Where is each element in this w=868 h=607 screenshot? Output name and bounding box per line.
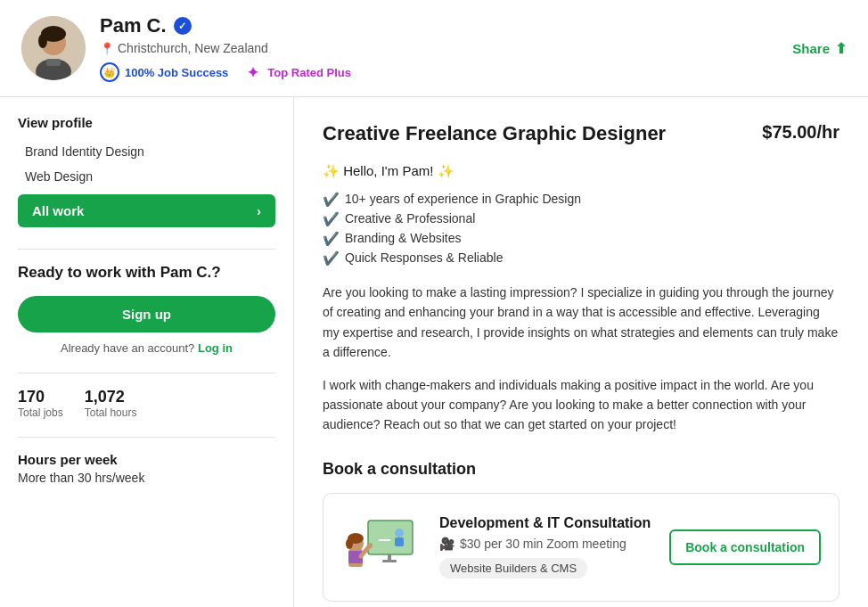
stat-hours-label: Total hours — [85, 406, 137, 419]
badges-row: 👑 100% Job Success ✦ Top Rated Plus — [100, 62, 351, 82]
hours-title: Hours per week — [18, 452, 275, 467]
share-icon: ⬆ — [835, 40, 847, 57]
check-icon-2: ✔️ — [323, 211, 340, 227]
check-icon-4: ✔️ — [323, 250, 340, 267]
main-content: Creative Freelance Graphic Designer $75.… — [294, 97, 868, 607]
hourly-rate: $75.00/hr — [762, 122, 839, 143]
stat-total-jobs: 170 Total jobs — [18, 388, 63, 419]
checklist-text-3: Branding & Websites — [345, 231, 461, 245]
profile-info: Pam C. ✓ 📍 Christchurch, New Zealand 👑 1… — [100, 14, 351, 82]
divider-1 — [18, 249, 275, 250]
video-icon: 🎥 — [439, 537, 454, 551]
cta-title: Ready to work with Pam C.? — [18, 264, 275, 282]
bio-paragraph-2: I work with change-makers and individual… — [323, 375, 839, 435]
svg-rect-7 — [388, 554, 391, 560]
arrow-right-icon: › — [257, 203, 261, 218]
svg-point-15 — [346, 538, 353, 549]
stat-jobs-value: 170 — [18, 388, 63, 406]
content-header: Creative Freelance Graphic Designer $75.… — [323, 122, 839, 145]
svg-point-4 — [38, 34, 47, 48]
consult-info: Development & IT Consultation 🎥 $30 per … — [439, 515, 651, 578]
svg-rect-10 — [395, 537, 404, 546]
sidebar-link-brand-identity[interactable]: Brand Identity Design — [18, 141, 275, 162]
divider-3 — [18, 437, 275, 438]
checklist-item-4: ✔️ Quick Responses & Reliable — [323, 250, 839, 267]
svg-point-9 — [395, 529, 404, 537]
all-work-button[interactable]: All work › — [18, 194, 275, 227]
top-rated-badge: ✦ Top Rated Plus — [242, 62, 351, 82]
top-header: Pam C. ✓ 📍 Christchurch, New Zealand 👑 1… — [0, 0, 868, 97]
top-rated-icon: ✦ — [242, 62, 262, 82]
checklist-item-3: ✔️ Branding & Websites — [323, 231, 839, 247]
check-icon-3: ✔️ — [323, 231, 340, 247]
sidebar: View profile Brand Identity Design Web D… — [0, 97, 294, 607]
all-work-label: All work — [32, 203, 84, 218]
profile-section: Pam C. ✓ 📍 Christchurch, New Zealand 👑 1… — [21, 14, 351, 82]
divider-2 — [18, 373, 275, 373]
checklist-text-4: Quick Responses & Reliable — [345, 250, 503, 265]
consultation-section: Book a consultation — [323, 460, 839, 602]
checklist-item-2: ✔️ Creative & Professional — [323, 211, 839, 227]
login-text-row: Already have an account? Log in — [18, 341, 275, 355]
signup-button[interactable]: Sign up — [18, 296, 275, 332]
check-icon-1: ✔️ — [323, 192, 340, 208]
checklist-text-2: Creative & Professional — [345, 211, 475, 226]
checklist: ✔️ 10+ years of experience in Graphic De… — [323, 192, 839, 267]
stat-jobs-label: Total jobs — [18, 406, 63, 419]
stats-section: 170 Total jobs 1,072 Total hours — [18, 388, 275, 419]
consultation-card: Development & IT Consultation 🎥 $30 per … — [323, 493, 839, 602]
main-layout: View profile Brand Identity Design Web D… — [0, 97, 868, 607]
hours-value: More than 30 hrs/week — [18, 471, 275, 485]
location-text: Christchurch, New Zealand — [118, 41, 268, 55]
job-success-badge: 👑 100% Job Success — [100, 62, 228, 82]
signup-label: Sign up — [122, 307, 171, 322]
consultation-section-title: Book a consultation — [323, 460, 839, 479]
verified-badge: ✓ — [174, 17, 192, 35]
view-profile-section: View profile Brand Identity Design Web D… — [18, 115, 275, 227]
checklist-text-1: 10+ years of experience in Graphic Desig… — [345, 192, 581, 206]
consult-tag: Website Builders & CMS — [439, 558, 587, 578]
consultation-illustration — [341, 512, 422, 583]
job-success-icon: 👑 — [100, 62, 119, 82]
svg-rect-5 — [46, 59, 61, 66]
view-profile-title: View profile — [18, 115, 275, 130]
sidebar-link-web-design[interactable]: Web Design — [18, 166, 275, 187]
consult-price-row: 🎥 $30 per 30 min Zoom meeting — [439, 537, 651, 551]
svg-point-18 — [367, 543, 373, 548]
login-link[interactable]: Log in — [198, 341, 233, 355]
profile-name: Pam C. — [100, 14, 167, 37]
checklist-item-1: ✔️ 10+ years of experience in Graphic De… — [323, 192, 839, 208]
book-consultation-button[interactable]: Book a consultation — [669, 529, 821, 565]
login-prompt: Already have an account? — [61, 341, 194, 355]
greeting-text: ✨ Hello, I'm Pam! ✨ — [323, 163, 839, 179]
location-row: 📍 Christchurch, New Zealand — [100, 41, 351, 55]
cta-section: Ready to work with Pam C.? Sign up Alrea… — [18, 264, 275, 355]
stat-total-hours: 1,072 Total hours — [85, 388, 137, 419]
svg-rect-6 — [368, 521, 413, 554]
avatar — [21, 16, 86, 80]
share-label: Share — [792, 41, 830, 56]
share-button[interactable]: Share ⬆ — [792, 40, 847, 57]
stat-hours-value: 1,072 — [85, 388, 137, 406]
location-icon: 📍 — [100, 42, 114, 55]
book-btn-label: Book a consultation — [685, 540, 805, 554]
bio-paragraph-1: Are you looking to make a lasting impres… — [323, 283, 839, 363]
job-title: Creative Freelance Graphic Designer — [323, 122, 666, 145]
hours-section: Hours per week More than 30 hrs/week — [18, 452, 275, 485]
consult-title: Development & IT Consultation — [439, 515, 651, 531]
svg-rect-8 — [382, 560, 397, 562]
name-row: Pam C. ✓ — [100, 14, 351, 37]
consult-price: $30 per 30 min Zoom meeting — [460, 537, 626, 551]
